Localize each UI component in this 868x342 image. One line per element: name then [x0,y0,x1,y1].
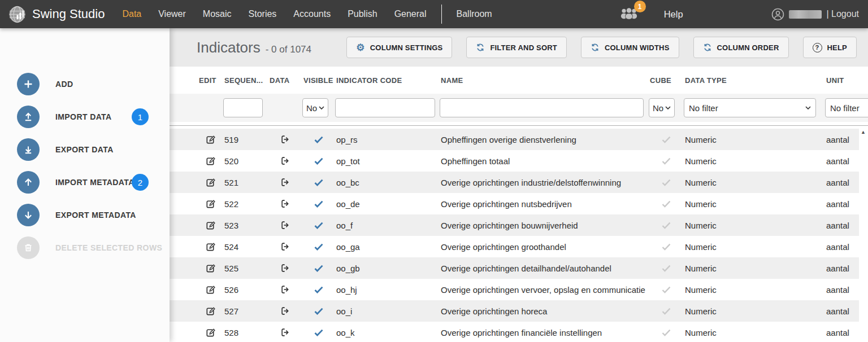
import-metadata-button[interactable]: IMPORT METADATA 2 [17,171,170,194]
row-name: Overige oprichtingen horeca [440,306,649,316]
edit-row-icon[interactable] [205,327,216,338]
data-export-icon[interactable] [280,199,290,209]
data-export-icon[interactable] [280,284,290,295]
sequence-filter-input[interactable] [223,98,263,117]
table-row[interactable]: 527 oo_i Overige oprichtingen horeca Num… [170,300,859,322]
indicators-table: EDIT SEQUEN... DATA VISIBLE INDICATOR CO… [170,67,868,342]
page-header: Indicators - 0 of 1074 ⚙ COLUMN SETTINGS… [170,28,868,67]
help-link[interactable]: Help [664,9,683,20]
edit-row-icon[interactable] [205,263,216,274]
row-name: Overige oprichtingen industrie/delstoffe… [440,178,649,187]
user-profile-icon[interactable] [771,8,784,21]
visible-check-icon[interactable] [314,286,323,293]
cube-check-icon [662,286,671,293]
visible-check-icon[interactable] [314,179,323,186]
row-indicator-code: oo_k [335,328,440,337]
nav-item-viewer[interactable]: Viewer [158,9,186,19]
edit-row-icon[interactable] [205,199,216,209]
cube-check-icon [662,222,671,229]
cube-check-icon [662,308,671,315]
visible-filter-select[interactable]: No [302,98,328,117]
edit-row-icon[interactable] [205,177,216,188]
row-unit: aantal [825,328,859,337]
visible-check-icon[interactable] [314,157,323,165]
edit-row-icon[interactable] [205,242,216,252]
actions-sidebar: ADD IMPORT DATA 1 EXPORT DATA IMPORT MET… [0,28,170,342]
indicator-code-filter-input[interactable] [335,98,435,117]
table-row[interactable]: 521 oo_bc Overige oprichtingen industrie… [170,172,859,193]
add-label: ADD [55,80,73,89]
column-settings-button[interactable]: ⚙ COLUMN SETTINGS [346,37,452,58]
table-row[interactable]: 526 oo_hj Overige oprichtingen vervoer, … [170,279,859,300]
filter-and-sort-button[interactable]: FILTER AND SORT [466,37,567,58]
filter-and-sort-label: FILTER AND SORT [490,43,557,52]
row-data-type: Numeric [684,264,825,273]
edit-row-icon[interactable] [205,284,216,295]
row-name: Overige oprichtingen vervoer, opslag en … [440,285,649,295]
table-row[interactable]: 520 op_tot Opheffingen totaal Numeric aa… [170,150,859,172]
table-row[interactable]: 522 oo_de Overige oprichtingen nutsbedri… [170,193,859,214]
nav-item-publish[interactable]: Publish [348,9,377,19]
nav-item-mosaic[interactable]: Mosaic [203,9,232,19]
column-order-button[interactable]: COLUMN ORDER [693,37,789,58]
help-button[interactable]: ? HELP [803,37,857,58]
unit-filter-value: No filter [830,103,860,113]
username-redacted [789,10,822,19]
row-name: Overige oprichtingen nutsbedrijven [440,199,649,209]
export-metadata-button[interactable]: EXPORT METADATA [17,204,170,226]
data-export-icon[interactable] [280,263,290,273]
data-export-icon[interactable] [280,220,290,230]
table-row[interactable]: 524 oo_ga Overige oprichtingen groothand… [170,236,859,257]
export-data-label: EXPORT DATA [55,145,114,154]
nav-item-stories[interactable]: Stories [249,9,277,19]
table-row[interactable]: 523 oo_f Overige oprichtingen bouwnijver… [170,214,859,236]
export-data-button[interactable]: EXPORT DATA [17,138,170,161]
cube-filter-select[interactable]: No [649,98,675,117]
add-button[interactable]: ADD [17,73,170,95]
visible-check-icon[interactable] [314,200,323,208]
col-header-data-type: DATA TYPE [684,76,825,85]
unit-filter-select[interactable]: No filter [825,98,868,117]
notification-badge: 1 [634,1,646,12]
data-export-icon[interactable] [280,327,290,337]
data-export-icon[interactable] [280,177,290,187]
edit-row-icon[interactable] [205,134,216,145]
edit-row-icon[interactable] [205,220,216,231]
row-unit: aantal [825,242,859,252]
visible-check-icon[interactable] [314,136,323,143]
row-data-type: Numeric [684,178,825,187]
import-data-button[interactable]: IMPORT DATA 1 [17,106,170,128]
visible-check-icon[interactable] [314,222,323,229]
nav-item-general[interactable]: General [394,9,427,19]
visible-check-icon[interactable] [314,265,323,272]
sync-icon [476,43,485,52]
data-export-icon[interactable] [280,306,290,316]
column-widths-button[interactable]: COLUMN WIDTHS [581,37,679,58]
logout-link[interactable]: | Logout [826,9,859,19]
data-type-filter-select[interactable]: No filter [684,98,816,117]
col-header-edit: EDIT [198,76,223,85]
nav-item-ballroom[interactable]: Ballroom [457,9,492,19]
page-count: - 0 of 1074 [266,44,311,55]
data-type-filter-value: No filter [689,103,718,113]
visible-check-icon[interactable] [314,329,323,336]
cube-check-icon [662,329,671,336]
app-brand[interactable]: Swing Studio [8,5,105,24]
scrollbar-up-arrow[interactable]: ▲ [861,130,866,135]
table-row[interactable]: 528 oo_k Overige oprichtingen financiële… [170,322,859,342]
table-row[interactable]: 519 op_rs Opheffingen overige dienstverl… [170,129,859,150]
table-row[interactable]: 525 oo_gb Overige oprichtingen detailhan… [170,257,859,279]
data-export-icon[interactable] [280,242,290,252]
edit-row-icon[interactable] [205,156,216,166]
visible-check-icon[interactable] [314,308,323,315]
visible-check-icon[interactable] [314,243,323,251]
nav-divider [441,5,442,24]
data-export-icon[interactable] [280,134,290,144]
name-filter-input[interactable] [440,98,644,117]
users-notifications-button[interactable]: 1 [620,7,638,21]
data-export-icon[interactable] [280,156,290,166]
nav-item-accounts[interactable]: Accounts [293,9,331,19]
nav-item-data[interactable]: Data [122,9,141,19]
edit-row-icon[interactable] [205,306,216,317]
trash-icon [17,236,40,259]
